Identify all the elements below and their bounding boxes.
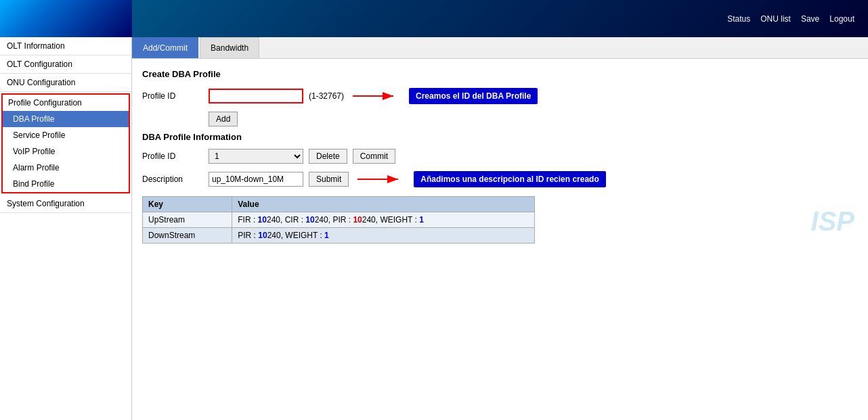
- sidebar-item-onu-config[interactable]: ONU Configuration: [0, 74, 131, 92]
- downstream-key: DownStream: [143, 228, 232, 243]
- profile-id-range-text: (1-32767): [309, 91, 344, 101]
- create-section-title: Create DBA Profile: [142, 69, 858, 79]
- description-label: Description: [142, 174, 203, 184]
- info-section-title: DBA Profile Information: [142, 132, 858, 142]
- add-button-row: Add: [142, 112, 858, 126]
- delete-button[interactable]: Delete: [309, 149, 347, 164]
- info-profile-id-label: Profile ID: [142, 151, 203, 161]
- table-row: DownStream PIR : 10240, WEIGHT : 1: [143, 228, 535, 243]
- sidebar-item-dba-profile[interactable]: DBA Profile: [3, 111, 129, 127]
- save-link[interactable]: Save: [801, 14, 819, 24]
- annotation-tooltip-2: Añadimos una descripcion al ID recien cr…: [414, 171, 605, 187]
- main-content: Add/Commit Bandwidth Create DBA Profile …: [132, 37, 868, 420]
- info-profile-id-select[interactable]: 1: [209, 149, 303, 164]
- info-profile-id-row: Profile ID 1 Delete Commit: [142, 149, 858, 164]
- profile-table: Key Value UpStream FIR : 10240, CIR : 10…: [142, 196, 535, 243]
- table-header-key: Key: [143, 197, 232, 212]
- sidebar-item-alarm-profile[interactable]: Alarm Profile: [3, 160, 129, 176]
- annotation-tooltip-1: Creamos el ID del DBA Profile: [409, 88, 538, 104]
- sidebar-item-profile-config[interactable]: Profile Configuration: [3, 95, 129, 111]
- sidebar-item-bind-profile[interactable]: Bind Profile: [3, 176, 129, 192]
- header: Status ONU list Save Logout: [0, 0, 868, 37]
- create-profile-id-label: Profile ID: [142, 91, 203, 101]
- layout: OLT Information OLT Configuration ONU Co…: [0, 37, 868, 420]
- header-logo-bg: [0, 0, 132, 37]
- tab-bandwidth[interactable]: Bandwidth: [200, 37, 259, 58]
- watermark: ISP: [811, 206, 854, 237]
- sidebar-item-olt-info[interactable]: OLT Information: [0, 37, 131, 55]
- submit-button[interactable]: Submit: [309, 172, 349, 187]
- sidebar-item-service-profile[interactable]: Service Profile: [3, 127, 129, 143]
- sidebar-item-system-config[interactable]: System Configuration: [0, 195, 131, 213]
- profile-config-section: Profile Configuration DBA Profile Servic…: [1, 93, 130, 193]
- tabs-bar: Add/Commit Bandwidth: [132, 37, 868, 59]
- annotation-arrow-1: [349, 86, 404, 106]
- downstream-value: PIR : 10240, WEIGHT : 1: [232, 228, 535, 243]
- table-row: UpStream FIR : 10240, CIR : 10240, PIR :…: [143, 212, 535, 228]
- commit-button[interactable]: Commit: [353, 149, 395, 164]
- status-link[interactable]: Status: [727, 14, 750, 24]
- sidebar-item-voip-profile[interactable]: VoIP Profile: [3, 143, 129, 160]
- content-area: Create DBA Profile Profile ID (1-32767) …: [132, 59, 868, 250]
- upstream-key: UpStream: [143, 212, 232, 228]
- logout-link[interactable]: Logout: [829, 14, 854, 24]
- add-button[interactable]: Add: [209, 112, 238, 126]
- description-row: Description Submit Añadimos una descripc…: [142, 169, 858, 189]
- create-profile-id-row: Profile ID (1-32767) Creamos el ID del D…: [142, 86, 858, 106]
- annotation-arrow-2: [354, 169, 408, 189]
- upstream-value: FIR : 10240, CIR : 10240, PIR : 10240, W…: [232, 212, 535, 228]
- header-nav: Status ONU list Save Logout: [727, 14, 854, 24]
- create-profile-id-input[interactable]: [209, 89, 303, 103]
- tab-add-commit[interactable]: Add/Commit: [132, 37, 198, 58]
- sidebar: OLT Information OLT Configuration ONU Co…: [0, 37, 132, 420]
- description-input[interactable]: [209, 172, 303, 187]
- onu-list-link[interactable]: ONU list: [760, 14, 791, 24]
- table-header-value: Value: [232, 197, 535, 212]
- sidebar-item-olt-config[interactable]: OLT Configuration: [0, 55, 131, 74]
